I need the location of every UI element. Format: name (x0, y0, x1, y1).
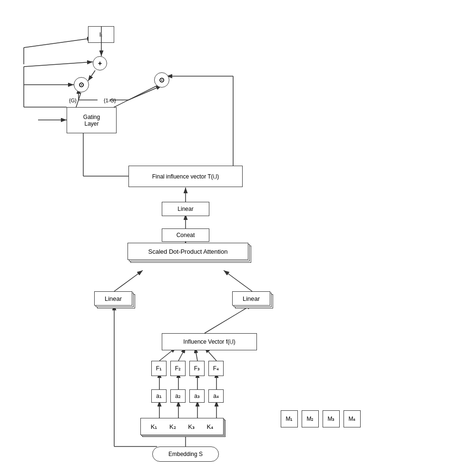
svg-line-31 (128, 86, 162, 100)
m-boxes: M₁ M₂ M₃ M₄ (281, 410, 361, 427)
svg-line-14 (205, 305, 252, 333)
extra-arrows (0, 0, 452, 476)
linear-top-box: Linear (162, 202, 209, 216)
gating-layer-box: Gating Layer (67, 107, 117, 133)
final-influence-box: Final influence vector T(i,l) (128, 166, 243, 187)
svg-line-39 (24, 38, 93, 48)
f2-box: F₂ (170, 361, 186, 376)
svg-line-17 (114, 270, 143, 291)
m1-box: M₁ (281, 410, 298, 427)
g-label: {G} (69, 98, 77, 103)
m3-box: M₃ (323, 410, 340, 427)
embedding-box: Embedding S (152, 446, 219, 462)
plus-circle: + (93, 56, 107, 70)
it-box: Iₜ (88, 26, 114, 43)
svg-line-37 (24, 62, 93, 67)
dot-circle-1: ⊙ (74, 77, 89, 92)
m4-box: M₄ (344, 410, 361, 427)
f1-box: F₁ (151, 361, 167, 376)
concat-box: Coneat (162, 228, 209, 242)
m2-box: M₂ (302, 410, 319, 427)
arrows-svg (0, 0, 452, 476)
f3-box: F₃ (189, 361, 205, 376)
k3-label: K₃ (188, 423, 195, 430)
svg-line-27 (88, 70, 95, 81)
a1-box: a₁ (151, 389, 167, 403)
influence-vector-box: Influence Vector f(i,l) (162, 333, 257, 350)
a3-box: a₃ (189, 389, 205, 403)
a4-box: a₄ (208, 389, 224, 403)
f4-box: F₄ (208, 361, 224, 376)
a2-box: a₂ (170, 389, 186, 403)
not-g-label: {1-G} (104, 98, 116, 103)
svg-line-18 (224, 270, 252, 291)
dot-circle-2: ⊙ (154, 72, 169, 88)
k2-label: K₂ (169, 423, 176, 430)
diagram: Iₜ + ⊙ ⊙ {G} {1-G} Gating Layer Final in… (0, 0, 452, 476)
k4-label: K₄ (207, 423, 214, 430)
k1-label: K₁ (151, 423, 157, 430)
